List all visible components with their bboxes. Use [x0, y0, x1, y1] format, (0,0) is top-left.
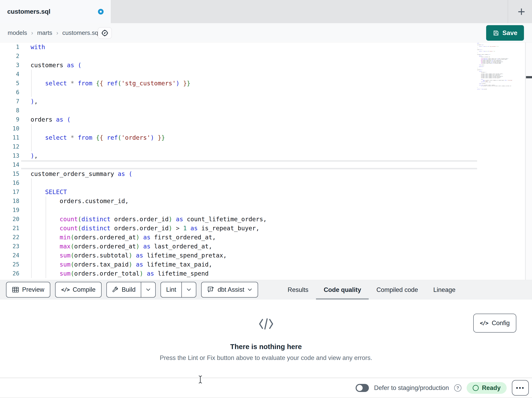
code-text: SELECT	[31, 187, 67, 196]
editor-line[interactable]: 20 count(distinct orders.order_id) as co…	[0, 215, 532, 224]
line-number: 2	[0, 52, 19, 61]
indent-guide	[31, 242, 32, 251]
config-button[interactable]: </> Config	[473, 314, 516, 333]
indent-guide	[46, 206, 46, 215]
tab-compiled-code[interactable]: Compiled code	[369, 280, 426, 300]
line-number: 24	[0, 251, 19, 260]
lint-button[interactable]: Lint	[161, 282, 181, 297]
editor-line[interactable]: 2	[0, 52, 532, 61]
compile-button-label: Compile	[73, 286, 95, 293]
indent-guide	[31, 88, 32, 97]
tab-code-quality[interactable]: Code quality	[316, 280, 369, 300]
editor-line[interactable]: 16	[0, 178, 532, 187]
line-number: 19	[0, 206, 19, 215]
indent-guide	[31, 142, 32, 151]
editor-line[interactable]: 7),	[0, 97, 532, 106]
preview-button-label: Preview	[22, 286, 44, 293]
editor-line[interactable]: 13),	[0, 151, 532, 160]
editor-line[interactable]: 4	[0, 70, 532, 79]
indent-guide	[46, 269, 46, 278]
editor-line[interactable]: 15customer_orders_summary as (	[0, 169, 532, 178]
dbt-assist-button[interactable]: dbt Assist	[201, 282, 258, 298]
editor-line[interactable]: 5 select * from {{ ref('stg_customers') …	[0, 79, 532, 88]
line-number: 22	[0, 233, 19, 242]
line-number: 15	[0, 169, 19, 178]
editor-line[interactable]: 14	[0, 160, 532, 169]
code-text: orders.customer_id,	[31, 196, 129, 206]
minimap[interactable]: with customers as ( select * from {{ ref…	[477, 43, 525, 91]
ready-label: Ready	[482, 384, 501, 391]
defer-toggle[interactable]	[356, 384, 369, 392]
editor-line[interactable]: 17 SELECT	[0, 187, 532, 196]
editor-line[interactable]: 24 sum(orders.subtotal) as lifetime_spen…	[0, 251, 532, 260]
ellipsis-icon: •••	[516, 385, 525, 391]
tabbar-divider	[508, 0, 508, 23]
editor-line[interactable]: 19	[0, 206, 532, 215]
code-brackets-icon: </>	[61, 287, 70, 293]
tab-results[interactable]: Results	[280, 280, 316, 300]
editor-scrollbar[interactable]	[525, 42, 532, 280]
build-dropdown-button[interactable]	[141, 282, 155, 297]
compile-button[interactable]: </> Compile	[55, 282, 101, 298]
editor-line[interactable]: 22 min(orders.ordered_at) as first_order…	[0, 233, 532, 242]
code-text: sum(orders.order_total) as lifetime_spen…	[31, 269, 209, 278]
chevron-down-icon	[146, 288, 151, 291]
code-text: select * from {{ ref('orders') }}	[31, 133, 165, 142]
line-number: 11	[0, 133, 19, 142]
chevron-down-icon	[187, 288, 191, 291]
editor-line[interactable]: 21 count(distinct orders.order_id) > 1 a…	[0, 224, 532, 233]
lint-dropdown-button[interactable]	[181, 282, 196, 297]
editor-line[interactable]: 12	[0, 142, 532, 151]
code-text: customers as (	[31, 61, 82, 70]
editor-line[interactable]: 3customers as (	[0, 61, 532, 70]
new-tab-button[interactable]: +	[511, 0, 532, 23]
code-text: min(orders.ordered_at) as first_ordered_…	[31, 233, 216, 242]
editor-line[interactable]: 8	[0, 106, 532, 115]
result-tabs: ResultsCode qualityCompiled codeLineage	[280, 280, 463, 300]
indent-guide	[31, 133, 32, 142]
help-icon[interactable]: ?	[454, 384, 461, 391]
editor-line[interactable]: 25 sum(orders.tax_paid) as lifetime_tax_…	[0, 260, 532, 269]
editor-line[interactable]: 23 max(orders.ordered_at) as last_ordere…	[0, 242, 532, 251]
code-text: ),	[31, 97, 38, 106]
code-text: count(distinct orders.order_id) as count…	[31, 215, 267, 224]
code-editor[interactable]: 1with23customers as (45 select * from {{…	[0, 42, 532, 280]
assist-chat-icon	[207, 286, 214, 293]
editor-line[interactable]: 1with	[0, 42, 532, 52]
editor-line[interactable]: 11 select * from {{ ref('orders') }}	[0, 133, 532, 142]
line-number: 14	[0, 160, 19, 169]
line-number: 12	[0, 142, 19, 151]
breadcrumb-item[interactable]: models	[8, 29, 27, 36]
explore-lineage-button[interactable]	[98, 27, 112, 39]
dbt-assist-button-label: dbt Assist	[218, 286, 244, 293]
breadcrumb-item[interactable]: customers.sql	[62, 29, 100, 36]
save-button[interactable]: Save	[486, 25, 524, 41]
table-grid-icon	[12, 287, 19, 293]
preview-button[interactable]: Preview	[6, 282, 50, 298]
editor-line[interactable]: 6	[0, 88, 532, 97]
line-number: 21	[0, 224, 19, 233]
build-button[interactable]: Build	[107, 282, 141, 297]
lint-button-label: Lint	[166, 286, 176, 293]
code-text: select * from {{ ref('stg_customers') }}	[31, 79, 190, 88]
defer-label: Defer to staging/production	[374, 384, 449, 391]
editor-line[interactable]: 26 sum(orders.order_total) as lifetime_s…	[0, 269, 532, 278]
build-button-label: Build	[122, 286, 136, 293]
editor-line[interactable]: 10	[0, 124, 532, 133]
code-brackets-icon	[259, 318, 274, 330]
line-number: 5	[0, 79, 19, 88]
editor-toolbar: Preview </> Compile Build	[0, 280, 532, 300]
tab-lineage[interactable]: Lineage	[426, 280, 463, 300]
editor-tabbar: customers.sql +	[0, 0, 532, 23]
line-number: 7	[0, 97, 19, 106]
line-number: 26	[0, 269, 19, 278]
indent-guide	[31, 251, 32, 260]
editor-line[interactable]: 9orders as (	[0, 115, 532, 124]
overflow-menu-button[interactable]: •••	[512, 380, 529, 396]
breadcrumb-item[interactable]: marts	[37, 29, 52, 36]
toggle-knob	[357, 385, 363, 391]
line-number: 6	[0, 88, 19, 97]
scrollbar-thumb[interactable]	[526, 76, 532, 78]
editor-line[interactable]: 18 orders.customer_id,	[0, 196, 532, 206]
file-tab-customers-sql[interactable]: customers.sql	[0, 0, 111, 23]
